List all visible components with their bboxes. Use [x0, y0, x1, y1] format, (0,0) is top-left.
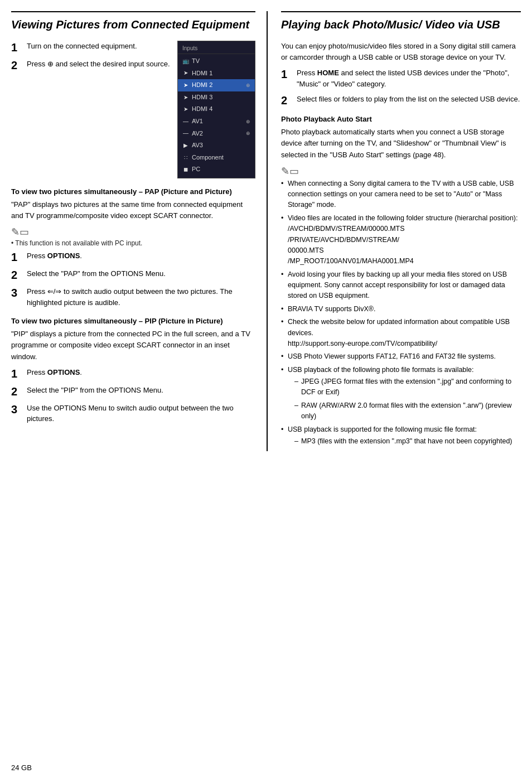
note-pencil-icon-1: ✎▭ — [11, 226, 255, 238]
menu-label-hdmi2: HDMI 2 — [192, 80, 243, 90]
menu-item-component: ∷ Component — [178, 152, 255, 164]
note-7: USB playback of the following photo file… — [281, 365, 521, 422]
step-1-item: 1 Turn on the connected equipment. — [11, 41, 172, 54]
intro-steps-with-image: 1 Turn on the connected equipment. 2 Pre… — [11, 41, 255, 178]
av3-icon: ▶ — [182, 141, 189, 150]
pip-step-1-content: Press OPTIONS. — [27, 367, 255, 378]
right-step-2-num: 2 — [281, 94, 297, 107]
hdmi2-icon: ➤ — [182, 81, 189, 90]
menu-item-av3: ▶ AV3 — [178, 139, 255, 152]
menu-item-hdmi1: ➤ HDMI 1 — [178, 67, 255, 80]
right-notes-list: When connecting a Sony digital camera to… — [281, 178, 521, 447]
pap-heading: To view two pictures simultaneously – PA… — [11, 187, 255, 196]
pap-step-1-content: Press OPTIONS. — [27, 250, 255, 262]
pap-note: • This function is not available with PC… — [11, 239, 255, 247]
pip-step-3-num: 3 — [11, 403, 27, 416]
pap-step-3-content: Press ⇐/⇒ to switch audio output between… — [27, 286, 255, 308]
right-step-1-num: 1 — [281, 67, 297, 81]
pap-step-2-content: Select the "PAP" from the OPTIONS Menu. — [27, 268, 255, 279]
pip-step-3: 3 Use the OPTIONS Menu to switch audio o… — [11, 403, 255, 424]
av1-icon: — — [182, 117, 189, 126]
pip-heading: To view two pictures simultaneously – PI… — [11, 317, 255, 325]
right-step-1-content: Press HOME and select the listed USB dev… — [297, 67, 521, 89]
step-1-num: 1 — [11, 41, 27, 54]
hdmi2-right: ⊕ — [246, 81, 250, 89]
photo-body: Photo playback automatically starts when… — [281, 127, 521, 160]
right-intro: You can enjoy photo/music/video files st… — [281, 41, 521, 63]
pip-section: To view two pictures simultaneously – PI… — [11, 317, 255, 424]
note-1: When connecting a Sony digital camera to… — [281, 178, 521, 211]
right-column: Playing back Photo/Music/ Video via USB … — [268, 11, 521, 451]
page-number: 24 GB — [11, 763, 32, 772]
note-3: Avoid losing your files by backing up al… — [281, 269, 521, 302]
inputs-menu-title: Inputs — [178, 44, 255, 54]
menu-label-component: Component — [192, 153, 250, 163]
intro-steps-text: 1 Turn on the connected equipment. 2 Pre… — [11, 41, 172, 76]
right-step-2: 2 Select files or folders to play from t… — [281, 94, 521, 107]
menu-item-av1: — AV1 ⊕ — [178, 115, 255, 128]
pip-step-1: 1 Press OPTIONS. — [11, 367, 255, 380]
right-step-1: 1 Press HOME and select the listed USB d… — [281, 67, 521, 89]
menu-label-av2: AV2 — [192, 129, 243, 139]
av2-icon: — — [182, 129, 189, 138]
hdmi1-icon: ➤ — [182, 69, 189, 78]
menu-label-hdmi4: HDMI 4 — [192, 104, 250, 114]
note-2: Video files are located in the following… — [281, 213, 521, 267]
pip-step-1-num: 1 — [11, 367, 27, 380]
menu-label-hdmi1: HDMI 1 — [192, 69, 250, 79]
pap-body: "PAP" displays two pictures at the same … — [11, 199, 255, 221]
av1-right: ⊕ — [246, 118, 250, 125]
pap-step-3: 3 Press ⇐/⇒ to switch audio output betwe… — [11, 286, 255, 308]
left-title: Viewing Pictures from Connected Equipmen… — [11, 11, 255, 32]
right-step-2-content: Select files or folders to play from the… — [297, 94, 521, 105]
music-format-mp3: MP3 (files with the extension ".mp3" tha… — [288, 436, 521, 447]
menu-item-hdmi4: ➤ HDMI 4 — [178, 103, 255, 115]
note-5: Check the website below for updated info… — [281, 317, 521, 349]
pap-section: To view two pictures simultaneously – PA… — [11, 187, 255, 308]
menu-label-av3: AV3 — [192, 141, 250, 151]
photo-formats-list: JPEG (JPEG format files with the extensi… — [288, 376, 521, 422]
photo-heading: Photo Playback Auto Start — [281, 115, 521, 123]
step-2-item: 2 Press ⊕ and select the desired input s… — [11, 59, 172, 72]
hdmi3-icon: ➤ — [182, 93, 189, 102]
menu-label-hdmi3: HDMI 3 — [192, 93, 250, 103]
pip-step-2-num: 2 — [11, 385, 27, 398]
step-1-content: Turn on the connected equipment. — [27, 41, 172, 52]
pip-step-2: 2 Select the "PIP" from the OPTIONS Menu… — [11, 385, 255, 398]
pap-step-1-num: 1 — [11, 250, 27, 264]
menu-item-hdmi3: ➤ HDMI 3 — [178, 91, 255, 104]
left-column: Viewing Pictures from Connected Equipmen… — [11, 11, 268, 451]
pap-step-3-num: 3 — [11, 286, 27, 299]
menu-item-tv: 📺 TV — [178, 55, 255, 67]
inputs-menu: Inputs 📺 TV ➤ HDMI 1 ➤ HDMI 2 ⊕ ➤ HDMI 3 — [177, 41, 255, 178]
component-icon: ∷ — [182, 153, 189, 162]
pap-step-2: 2 Select the "PAP" from the OPTIONS Menu… — [11, 268, 255, 282]
pip-body: "PIP" displays a picture from the connec… — [11, 328, 255, 362]
pip-step-3-content: Use the OPTIONS Menu to switch audio out… — [27, 403, 255, 424]
photo-format-jpeg: JPEG (JPEG format files with the extensi… — [288, 376, 521, 398]
page-footer: 24 GB — [11, 763, 32, 772]
note-8: USB playback is supported for the follow… — [281, 424, 521, 447]
note-6: USB Photo Viewer supports FAT12, FAT16 a… — [281, 351, 521, 362]
menu-item-pc: ◼ PC — [178, 163, 255, 176]
right-title: Playing back Photo/Music/ Video via USB — [281, 11, 521, 32]
menu-item-hdmi2: ➤ HDMI 2 ⊕ — [178, 79, 255, 91]
menu-item-av2: — AV2 ⊕ — [178, 128, 255, 140]
menu-label-av1: AV1 — [192, 117, 243, 127]
pap-step-1: 1 Press OPTIONS. — [11, 250, 255, 264]
pap-step-2-num: 2 — [11, 268, 27, 282]
menu-label-pc: PC — [192, 165, 250, 175]
step-2-num: 2 — [11, 59, 27, 72]
music-formats-list: MP3 (files with the extension ".mp3" tha… — [288, 436, 521, 447]
pc-icon: ◼ — [182, 165, 189, 174]
page-container: Viewing Pictures from Connected Equipmen… — [0, 0, 532, 462]
note-4: BRAVIA TV supports DivX®. — [281, 304, 521, 315]
menu-label-tv: TV — [192, 56, 250, 66]
tv-icon: 📺 — [182, 57, 189, 66]
note-pencil-icon-2: ✎▭ — [281, 165, 521, 177]
photo-format-raw: RAW (ARW/ARW 2.0 format files with the e… — [288, 400, 521, 422]
av2-right: ⊕ — [246, 129, 250, 137]
pip-step-2-content: Select the "PIP" from the OPTIONS Menu. — [27, 385, 255, 396]
step-2-content: Press ⊕ and select the desired input sou… — [27, 59, 172, 70]
hdmi4-icon: ➤ — [182, 105, 189, 114]
